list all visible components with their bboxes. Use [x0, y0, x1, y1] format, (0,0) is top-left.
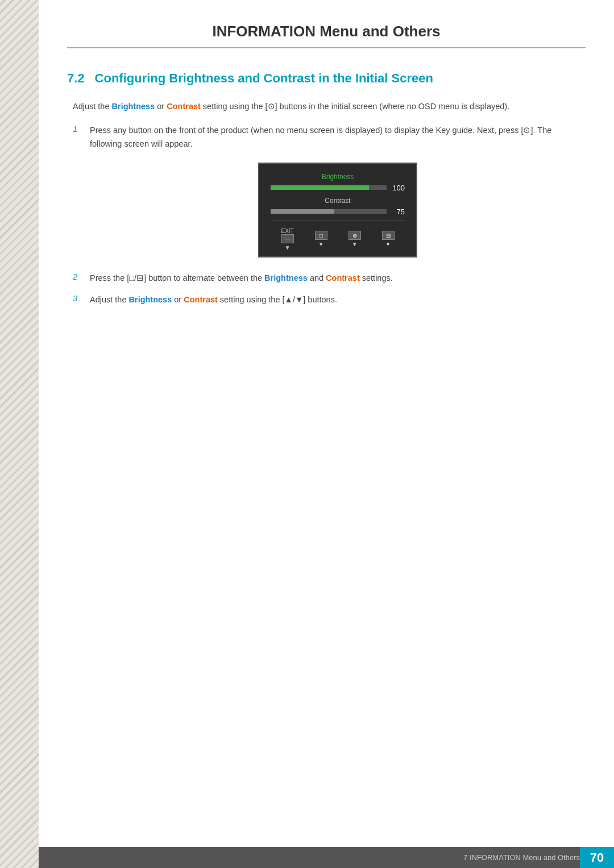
contrast-keyword-intro: Contrast: [167, 102, 201, 111]
intro-text-mid2: setting using the [: [201, 102, 268, 111]
list-num-1: 1: [73, 124, 90, 134]
brightness-keyword-3: Brightness: [129, 295, 172, 304]
intro-text-end: ] buttons in the initial screen (where n…: [275, 102, 510, 111]
osd-contrast-label: Contrast: [271, 197, 405, 205]
main-content-area: INFORMATION Menu and Others 7.2Configuri…: [39, 0, 614, 847]
page-footer: 7 INFORMATION Menu and Others 70: [39, 847, 614, 868]
osd-exit-btn: —: [281, 234, 294, 243]
page-title: INFORMATION Menu and Others: [67, 23, 586, 48]
list-item-2: 2 Press the [□/⊟] button to alternate be…: [73, 272, 586, 285]
numbered-list: 1 Press any button on the front of the p…: [73, 124, 586, 307]
section-heading: 7.2Configuring Brightness and Contrast i…: [67, 71, 586, 86]
list-item-3: 3 Adjust the Brightness or Contrast sett…: [73, 293, 586, 307]
osd-footer-btn3: ⊕ ▼: [349, 231, 361, 247]
osd-btn4-arrow: ▼: [385, 241, 391, 247]
osd-contrast-fill: [271, 209, 334, 214]
list-num-2: 2: [73, 272, 90, 281]
osd-exit-label: EXIT: [281, 228, 293, 234]
intro-paragraph: Adjust the Brightness or Contrast settin…: [73, 100, 586, 114]
osd-contrast-track: [271, 209, 387, 214]
osd-exit-arrow: ▼: [285, 244, 291, 251]
list-text-1: Press any button on the front of the pro…: [90, 124, 586, 151]
section-number: 7.2: [67, 71, 85, 85]
list-text-2: Press the [□/⊟] button to alternate betw…: [90, 272, 586, 285]
list-item-1: 1 Press any button on the front of the p…: [73, 124, 586, 151]
osd-screen-wrapper: Brightness 100 Contrast 75: [90, 163, 586, 258]
contrast-keyword-3: Contrast: [184, 295, 218, 304]
osd-brightness-label: Brightness: [271, 173, 405, 181]
osd-brightness-value: 100: [391, 184, 405, 192]
osd-footer-exit: EXIT — ▼: [281, 228, 293, 251]
footer-page-number: 70: [580, 847, 614, 868]
osd-btn3-arrow: ▼: [352, 241, 358, 247]
osd-brightness-fill: [271, 185, 369, 190]
brightness-keyword-2: Brightness: [264, 273, 308, 283]
intro-text-mid1: or: [155, 102, 167, 111]
osd-footer-btn2: □ ▼: [315, 231, 327, 247]
osd-brightness-track: [271, 185, 387, 190]
osd-brightness-bar-row: 100: [271, 184, 405, 192]
intro-text-before: Adjust the: [73, 102, 112, 111]
footer-section-text: 7 INFORMATION Menu and Others: [458, 853, 580, 862]
osd-btn2-icon: □: [315, 231, 327, 240]
osd-btn3-icon: ⊕: [349, 231, 361, 240]
brightness-keyword-intro: Brightness: [112, 102, 155, 111]
contrast-keyword-2: Contrast: [326, 273, 360, 283]
osd-footer-btn4: ⊟ ▼: [382, 231, 395, 247]
osd-btn2-arrow: ▼: [318, 241, 324, 247]
osd-divider: [271, 221, 405, 221]
section-title: Configuring Brightness and Contrast in t…: [95, 71, 433, 85]
osd-contrast-bar-row: 75: [271, 207, 405, 216]
list-text-3: Adjust the Brightness or Contrast settin…: [90, 293, 586, 307]
button-symbol-intro: ⊙: [268, 102, 275, 111]
osd-screen: Brightness 100 Contrast 75: [258, 163, 417, 258]
list-num-3: 3: [73, 293, 90, 303]
osd-footer: EXIT — ▼ □ ▼ ⊕ ▼ ⊟ ▼: [271, 226, 405, 251]
osd-btn4-icon: ⊟: [382, 231, 395, 240]
left-decorative-stripe: [0, 0, 39, 868]
osd-contrast-value: 75: [391, 207, 405, 216]
